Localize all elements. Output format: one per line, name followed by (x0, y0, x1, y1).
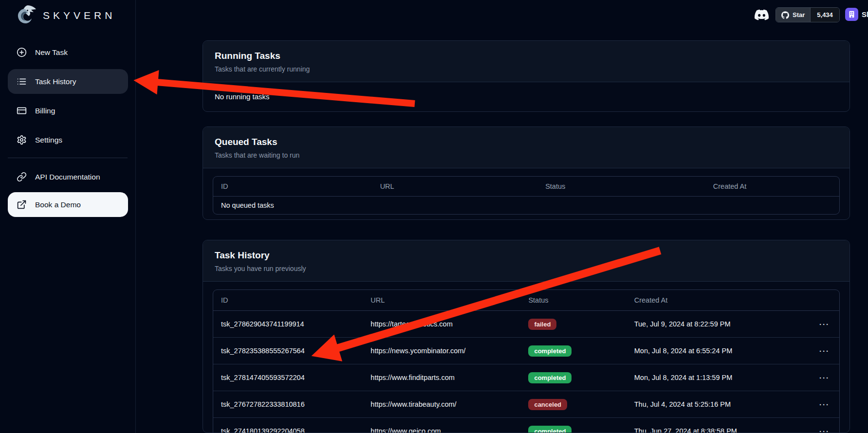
sidebar-item-book-a-demo[interactable]: Book a Demo (8, 192, 128, 217)
github-icon (781, 11, 789, 19)
table-row[interactable]: tsk_276727822333810816 https://www.tirab… (213, 391, 839, 418)
sidebar-item-task-history[interactable]: Task History (8, 69, 128, 94)
sidebar-item-settings[interactable]: Settings (8, 127, 128, 152)
task-id: tsk_278147405593572204 (213, 374, 363, 381)
status-badge: completed (528, 372, 572, 383)
task-url: https://www.geico.com (363, 427, 520, 433)
table-header-row: ID URL Status Created At (213, 290, 839, 311)
card-title: Queued Tasks (215, 137, 838, 147)
skyvern-app: SKYVERN New Task Task History Billing Se… (0, 0, 868, 433)
column-header-created-at: Created At (627, 296, 789, 304)
task-id: tsk_278235388555267564 (213, 347, 363, 355)
row-actions-button[interactable]: ··· (789, 320, 839, 328)
github-star-widget[interactable]: Star 5,434 (776, 7, 840, 22)
task-id: tsk_276727822333810816 (213, 400, 363, 408)
column-header-id: ID (213, 296, 363, 304)
task-id: tsk_278629043741199914 (213, 320, 363, 328)
row-actions-button[interactable]: ··· (789, 400, 839, 409)
table-row[interactable]: tsk_278235388555267564 https://news.ycom… (213, 338, 839, 364)
card-title: Running Tasks (215, 51, 838, 61)
running-tasks-card: Running Tasks Tasks that are currently r… (203, 40, 850, 112)
column-header-created-at: Created At (705, 182, 839, 190)
task-id: tsk_274180139292204058 (213, 427, 363, 433)
column-header-url: URL (363, 296, 520, 304)
table-header-row: ID URL Status Created At (213, 177, 839, 197)
running-tasks-empty-state: No running tasks (203, 82, 850, 111)
task-history-table: ID URL Status Created At tsk_27862904374… (213, 289, 840, 433)
card-subtitle: Tasks that are currently running (215, 65, 838, 73)
circle-plus-icon (17, 47, 27, 57)
brand-name: SKYVERN (43, 10, 115, 21)
task-created-at: Mon, Jul 8, 2024 at 6:55:24 PM (627, 347, 789, 355)
task-url: https://www.tirabeauty.com/ (363, 400, 520, 408)
sidebar-item-label: Settings (35, 136, 62, 144)
table-row[interactable]: tsk_278147405593572204 https://www.findi… (213, 364, 839, 391)
card-header: Task History Tasks you have run previous… (203, 240, 850, 282)
column-header-url: URL (372, 182, 538, 190)
credit-card-icon (17, 106, 27, 116)
card-header: Queued Tasks Tasks that are waiting to r… (203, 127, 850, 168)
sidebar-item-api-documentation[interactable]: API Documentation (8, 164, 128, 189)
sidebar-item-new-task[interactable]: New Task (8, 40, 128, 65)
link-icon (17, 172, 27, 182)
sidebar-item-label: API Documentation (35, 173, 100, 181)
gear-icon (17, 135, 27, 145)
card-title: Task History (215, 250, 838, 261)
org-name-partial: Sk (862, 10, 868, 18)
row-actions-button[interactable]: ··· (789, 347, 839, 355)
task-created-at: Thu, Jul 4, 2024 at 5:25:16 PM (627, 400, 789, 408)
column-header-status: Status (520, 296, 626, 304)
row-actions-button[interactable]: ··· (789, 374, 839, 382)
status-badge: completed (528, 426, 572, 433)
brand-logo: SKYVERN (14, 3, 115, 28)
column-header-status: Status (537, 182, 705, 190)
column-header-id: ID (213, 182, 372, 190)
task-created-at: Thu, Jun 27, 2024 at 8:38:58 PM (627, 427, 789, 433)
discord-icon[interactable] (755, 8, 769, 22)
task-history-card: Task History Tasks you have run previous… (203, 240, 850, 433)
status-badge: canceled (528, 399, 567, 410)
row-actions-button[interactable]: ··· (789, 427, 839, 433)
list-icon (17, 76, 27, 87)
sidebar-nav: New Task Task History Billing Settings (8, 40, 128, 152)
sidebar: SKYVERN New Task Task History Billing Se… (0, 0, 136, 433)
card-subtitle: Tasks you have run previously (215, 265, 838, 272)
sidebar-item-billing[interactable]: Billing (8, 98, 128, 123)
queued-tasks-table: ID URL Status Created At No queued tasks (213, 176, 840, 215)
status-badge: completed (528, 345, 572, 357)
skyvern-dragon-icon (14, 3, 37, 28)
task-url: https://news.ycombinator.com/ (363, 347, 520, 355)
external-link-icon (17, 199, 27, 210)
queued-tasks-card: Queued Tasks Tasks that are waiting to r… (203, 126, 850, 220)
card-subtitle: Tasks that are waiting to run (215, 151, 838, 159)
task-created-at: Tue, Jul 9, 2024 at 8:22:59 PM (627, 320, 789, 328)
queued-tasks-empty-state: No queued tasks (213, 197, 839, 214)
org-avatar[interactable] (845, 8, 858, 21)
sidebar-item-label: New Task (35, 48, 68, 57)
status-badge: failed (528, 319, 556, 330)
sidebar-item-label: Task History (35, 77, 76, 86)
task-created-at: Mon, Jul 8, 2024 at 1:13:59 PM (627, 374, 789, 381)
table-row[interactable]: tsk_278629043741199914 https://tartecosm… (213, 311, 839, 338)
building-icon (848, 10, 856, 18)
sidebar-secondary-nav: API Documentation Book a Demo (8, 164, 128, 217)
sidebar-item-label: Billing (35, 107, 55, 115)
task-url: https://tartecosmetics.com (363, 320, 520, 328)
github-star-button[interactable]: Star (776, 8, 810, 22)
github-star-label: Star (793, 11, 805, 18)
github-star-count[interactable]: 5,434 (810, 8, 839, 22)
sidebar-separator (8, 158, 128, 158)
sidebar-item-label: Book a Demo (35, 200, 81, 209)
table-row[interactable]: tsk_274180139292204058 https://www.geico… (213, 418, 839, 433)
card-header: Running Tasks Tasks that are currently r… (203, 41, 850, 82)
task-url: https://www.finditparts.com (363, 374, 520, 381)
